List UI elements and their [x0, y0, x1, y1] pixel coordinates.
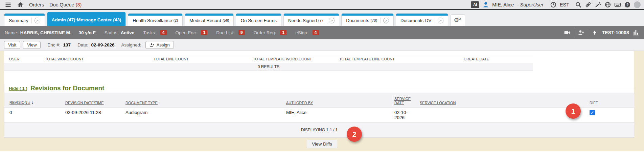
lightning-icon[interactable] — [592, 29, 598, 36]
diff-checkbox[interactable]: ✓ — [590, 110, 595, 115]
divider — [588, 30, 588, 36]
annotation-circle-1: 1 — [566, 103, 581, 119]
column-header-revision-datetime[interactable]: REVISION DATE/TIME — [60, 93, 120, 108]
enc-date-label: Date: — [77, 42, 88, 47]
assign-button[interactable]: Assign — [145, 41, 174, 49]
revisions-section: Hide ( 1 ) Revisions for Document REVISI… — [4, 84, 634, 138]
column-header-diff: DIFF — [584, 93, 634, 108]
user-name[interactable]: MIE, Alice — [492, 2, 514, 7]
tab-label: On Screen Forms — [240, 18, 277, 23]
tab-medical-record[interactable]: Medical Record (56) — [185, 13, 234, 26]
column-header-service-date[interactable]: SERVICE DATE — [389, 93, 415, 108]
cell-revision-datetime: 02-09-2026 11:28 — [60, 108, 120, 122]
cell-revision-number: 0 — [4, 108, 60, 122]
tab-on-screen-forms[interactable]: On Screen Forms — [236, 13, 281, 26]
name-label: Name: — [5, 30, 18, 35]
tasks-count-badge[interactable]: 4 — [160, 30, 167, 35]
cell-service-date: 02-10-2026 — [389, 108, 415, 122]
doc-queue-link[interactable]: Doc Queue (3) — [49, 2, 82, 7]
revisions-title: Revisions for Document — [30, 84, 105, 92]
annotation-circle-2: 2 — [347, 127, 362, 142]
open-new-window-icon[interactable]: ↗ — [31, 18, 40, 23]
user-icon[interactable] — [482, 1, 489, 8]
doc-queue-label[interactable]: Doc Queue — [49, 2, 74, 7]
tab-count: (2) — [174, 18, 178, 22]
esign-count-badge[interactable]: 4 — [313, 30, 319, 35]
column-header-revision-number[interactable]: REVISION #↓ — [4, 93, 60, 108]
magic-wand-icon[interactable] — [595, 1, 601, 8]
enc-date-value: 02-09-2026 — [91, 42, 114, 47]
column-header-user[interactable]: USER — [4, 57, 40, 61]
bar-chart-icon[interactable] — [632, 29, 639, 36]
cell-authored-by: MIE, Alice — [281, 108, 389, 122]
chart-tab-bar: Summary ↗ Admin (47):Message Center (43)… — [0, 10, 644, 26]
divider — [574, 30, 574, 36]
view-button[interactable]: View — [23, 41, 41, 49]
hide-revisions-link[interactable]: Hide ( 1 ) — [9, 86, 27, 91]
order-req-count-badge[interactable]: 1 — [280, 30, 286, 35]
tab-label: Needs Signed — [288, 18, 317, 23]
view-diffs-button[interactable]: View Diffs — [307, 140, 337, 148]
help-icon[interactable]: ? — [624, 1, 631, 8]
content-area: USER TOTAL WORD COUNT TOTAL LINE COUNT T… — [0, 51, 644, 153]
column-header-total-word-count[interactable]: TOTAL WORD COUNT — [40, 57, 148, 61]
cell-diff: ✓ — [584, 108, 634, 122]
visit-button[interactable]: Visit — [4, 41, 20, 49]
tab-label: Medical Record — [189, 18, 221, 23]
keyboard-icon[interactable] — [614, 1, 621, 8]
tab-count: (7) — [318, 18, 323, 22]
tab-settings[interactable]: ⚙ ⚙ — [450, 14, 465, 26]
link-icon[interactable] — [585, 1, 592, 8]
patient-id: TEST-10008 — [602, 30, 629, 35]
revisions-heading: Hide ( 1 ) Revisions for Document — [4, 84, 634, 93]
patient-name: HARRIS, CHRISTINE M. — [20, 30, 71, 35]
tab-summary[interactable]: Summary ↗ — [4, 13, 45, 26]
column-header-total-template-word-count[interactable]: TOTAL TEMPLATE WORD COUNT — [248, 57, 334, 61]
ai-assistant-button[interactable]: AI — [471, 1, 479, 8]
tab-label: Summary — [9, 18, 28, 23]
orders-link[interactable]: Orders — [29, 2, 44, 7]
revisions-table: REVISION #↓ REVISION DATE/TIME DOCUMENT … — [4, 93, 634, 138]
open-enc-label: Open Enc: — [176, 30, 197, 35]
column-header-total-line-count[interactable]: TOTAL LINE COUNT — [148, 57, 248, 61]
tab-count: (70) — [371, 18, 377, 22]
tab-health-surveillance[interactable]: Health Surveillance (2) — [128, 13, 183, 26]
bottom-spacer — [0, 151, 644, 153]
hamburger-menu-icon[interactable] — [5, 1, 12, 8]
column-header-document-type[interactable]: DOCUMENT TYPE — [120, 93, 281, 108]
cell-document-type: Audiogram — [120, 108, 281, 122]
actions-strip: View Diffs — [0, 138, 644, 151]
open-new-window-icon[interactable]: ↗ — [326, 18, 335, 23]
open-new-window-icon[interactable]: ↗ — [380, 18, 389, 23]
tasks-label: Tasks: — [143, 30, 156, 35]
globe-icon[interactable] — [604, 1, 611, 8]
column-header-total-template-line-count[interactable]: TOTAL TEMPLATE LINE COUNT — [334, 57, 459, 61]
column-header-authored-by[interactable]: AUTHORED BY — [281, 93, 389, 108]
open-enc-count-badge[interactable]: 1 — [201, 30, 207, 35]
doc-queue-count[interactable]: (3) — [76, 2, 82, 7]
sort-descending-icon[interactable]: ↓ — [31, 100, 34, 105]
column-header-service-location[interactable]: SERVICE LOCATION — [415, 93, 584, 108]
empty-results-row: 0 RESULTS — [4, 63, 533, 71]
video-camera-icon[interactable] — [564, 29, 571, 36]
tab-documents-dv[interactable]: Documents-DV ↗ — [396, 13, 448, 26]
top-bar: Orders Doc Queue (3) AI MIE, Alice - Sup… — [0, 0, 644, 9]
patient-age-sex: 30 y/o F — [79, 30, 96, 35]
column-header-create-date[interactable]: CREATE DATE — [459, 57, 524, 61]
due-list-count-badge[interactable]: 9 — [238, 30, 245, 35]
tab-admin-message-center[interactable]: Admin (47):Message Center (43) — [47, 12, 126, 26]
status-label: Status: — [105, 30, 119, 35]
assign-button-label: Assign — [157, 42, 170, 47]
open-new-window-icon[interactable]: ↗ — [435, 18, 443, 23]
pagination-row: DISPLAYING 1-1 / 1 — [4, 122, 634, 137]
search-icon[interactable] — [575, 1, 582, 8]
clock-icon[interactable] — [550, 1, 557, 8]
tab-documents[interactable]: Documents (70) ↗ — [341, 13, 394, 26]
encounter-bar: Visit View Enc #: 137 Date: 02-09-2026 A… — [0, 39, 644, 51]
tab-needs-signed[interactable]: Needs Signed (7) ↗ — [283, 13, 339, 26]
timezone-label[interactable]: EST — [560, 2, 569, 7]
user-role: - SuperUser — [517, 2, 544, 7]
tab-label: Documents — [346, 18, 369, 23]
add-user-icon[interactable] — [578, 29, 584, 36]
home-icon[interactable] — [17, 1, 24, 8]
